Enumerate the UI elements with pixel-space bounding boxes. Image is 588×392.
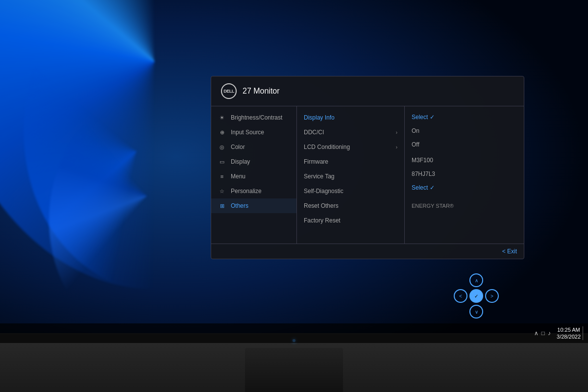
value-select-check: Select ✓	[412, 110, 517, 124]
submenu-service-tag[interactable]: Service Tag	[297, 169, 404, 184]
menu-item-menu[interactable]: ≡ Menu	[211, 169, 296, 184]
nav-up-button[interactable]: ∧	[469, 273, 483, 287]
osd-title: 27 Monitor	[243, 87, 280, 96]
taskbar-system-icons: ∧ □ ♪	[534, 330, 551, 337]
menu-label-input: Input Source	[231, 129, 264, 136]
value-firmware: M3F100	[412, 153, 517, 167]
submenu-display-info[interactable]: Display Info	[297, 110, 404, 125]
others-icon: ⊞	[218, 202, 226, 210]
menu-label-menu: Menu	[231, 173, 245, 180]
menu-label-others: Others	[231, 202, 248, 209]
menu-label-brightness: Brightness/Contrast	[231, 114, 282, 121]
nav-select-button[interactable]: ✓	[469, 289, 483, 303]
taskbar-time: 10:25 AM	[557, 326, 580, 333]
submenu-label-ddc-ci: DDC/CI	[304, 129, 324, 136]
menu-item-brightness[interactable]: ☀ Brightness/Contrast	[211, 110, 296, 125]
values-panel: Select ✓ On Off M3F100 87HJ7L3 Select ✓ …	[405, 106, 524, 244]
lcd-arrow-icon: ›	[396, 145, 397, 150]
brightness-icon: ☀	[218, 114, 226, 122]
submenu-label-reset-others: Reset Others	[304, 202, 339, 209]
submenu-factory-reset[interactable]: Factory Reset	[297, 213, 404, 228]
osd-footer: < Exit	[211, 244, 524, 259]
menu-label-color: Color	[231, 144, 245, 150]
submenu-label-factory-reset: Factory Reset	[304, 217, 341, 224]
nav-buttons: ∧ < ✓ > ∨	[454, 273, 500, 319]
osd-header: DELL 27 Monitor	[211, 76, 524, 106]
nav-down-button[interactable]: ∨	[469, 305, 483, 318]
nav-right-button[interactable]: >	[485, 289, 499, 303]
menu-label-personalize: Personalize	[231, 188, 262, 195]
color-icon: ◎	[218, 143, 226, 151]
exit-button[interactable]: < Exit	[502, 248, 517, 255]
value-service-tag: 87HJ7L3	[412, 167, 517, 181]
sub-menu: Display Info DDC/CI › LCD Conditioning ›…	[297, 106, 405, 244]
menu-item-input[interactable]: ⊕ Input Source	[211, 125, 296, 140]
menu-item-color[interactable]: ◎ Color	[211, 140, 296, 154]
input-icon: ⊕	[218, 128, 226, 136]
nav-empty-br	[485, 305, 499, 318]
nav-empty-bl	[454, 305, 467, 318]
exit-label: < Exit	[502, 248, 517, 255]
submenu-label-lcd-conditioning: LCD Conditioning	[304, 144, 350, 150]
nav-left-button[interactable]: <	[454, 289, 467, 303]
submenu-label-self-diagnostic: Self-Diagnostic	[304, 188, 343, 195]
menu-icon: ≡	[218, 172, 226, 180]
menu-item-personalize[interactable]: ☆ Personalize	[211, 184, 296, 198]
main-menu: ☀ Brightness/Contrast ⊕ Input Source ◎ C…	[211, 106, 297, 244]
nav-empty-tl	[454, 273, 467, 287]
ddc-ci-arrow-icon: ›	[396, 130, 397, 135]
taskbar-chevron-icon[interactable]: ∧	[534, 330, 539, 337]
taskbar-display-icon[interactable]: □	[541, 330, 545, 337]
personalize-icon: ☆	[218, 187, 226, 195]
submenu-label-display-info: Display Info	[304, 114, 335, 121]
taskbar: ∧ □ ♪ 10:25 AM 3/28/2022	[0, 323, 588, 343]
menu-item-others[interactable]: ⊞ Others	[211, 198, 296, 213]
submenu-reset-others[interactable]: Reset Others	[297, 198, 404, 213]
taskbar-date: 3/28/2022	[557, 333, 581, 340]
dell-logo: DELL	[221, 83, 237, 99]
submenu-label-firmware: Firmware	[304, 158, 328, 165]
submenu-lcd-conditioning[interactable]: LCD Conditioning ›	[297, 140, 404, 154]
value-on: On	[412, 124, 517, 138]
value-off: Off	[412, 138, 517, 151]
submenu-label-service-tag: Service Tag	[304, 173, 334, 180]
value-select-check-2: Select ✓	[412, 181, 517, 195]
nav-empty-tr	[485, 273, 499, 287]
taskbar-volume-icon[interactable]: ♪	[548, 330, 551, 337]
menu-item-display[interactable]: ▭ Display	[211, 154, 296, 169]
submenu-ddc-ci[interactable]: DDC/CI ›	[297, 125, 404, 140]
menu-label-display: Display	[231, 158, 250, 165]
submenu-firmware[interactable]: Firmware	[297, 154, 404, 169]
submenu-self-diagnostic[interactable]: Self-Diagnostic	[297, 184, 404, 198]
value-energy-star: ENERGY STAR®	[412, 199, 517, 212]
taskbar-clock[interactable]: 10:25 AM 3/28/2022	[557, 326, 583, 341]
monitor-stand	[245, 348, 343, 392]
osd-menu: DELL 27 Monitor ☀ Brightness/Contrast ⊕ …	[211, 76, 524, 259]
osd-body: ☀ Brightness/Contrast ⊕ Input Source ◎ C…	[211, 106, 524, 244]
display-menu-icon: ▭	[218, 158, 226, 166]
